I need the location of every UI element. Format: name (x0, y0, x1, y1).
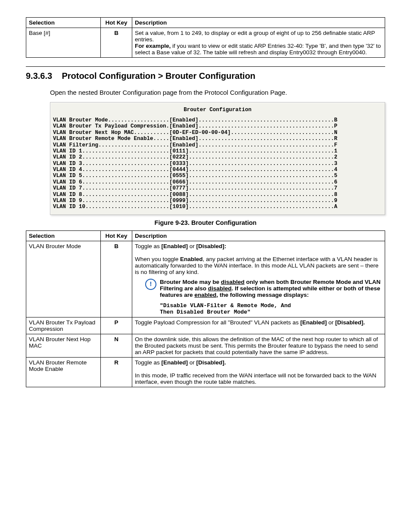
terminal-line: VLAN Brouter Mode...................[Ena… (53, 117, 382, 123)
terminal-line: VLAN ID 9...........................[099… (53, 198, 382, 204)
cell-selection: VLAN Brouter Next Hop MAC (26, 334, 101, 357)
col-hotkey: Hot Key (101, 230, 132, 241)
cell-description: Toggle as [Enabled] or [Disabled]. In th… (132, 357, 385, 387)
terminal-line: VLAN ID 10..........................[101… (53, 204, 382, 210)
col-hotkey: Hot Key (101, 18, 132, 28)
terminal-line: VLAN ID 7...........................[077… (53, 185, 382, 191)
brouter-terminal: Brouter Configuration VLAN Brouter Mode.… (50, 102, 385, 215)
section-heading: 9.3.6.3 Protocol Configuration > Brouter… (26, 71, 385, 81)
terminal-line: VLAN ID 3...........................[033… (53, 161, 382, 167)
cell-hotkey: B (101, 241, 132, 317)
figure-caption: Figure 9-23. Brouter Configuration (26, 219, 385, 226)
terminal-line: VLAN ID 5...........................[055… (53, 173, 382, 179)
table-row: VLAN Brouter Mode B Toggle as [Enabled] … (26, 241, 385, 317)
cell-selection: VLAN Brouter Remote Mode Enable (26, 357, 101, 387)
terminal-line: VLAN ID 2...........................[022… (53, 154, 382, 160)
cell-selection: VLAN Brouter Tx Payload Compression (26, 317, 101, 334)
terminal-line: VLAN Brouter Next Hop MAC...........[0D-… (53, 130, 382, 136)
col-selection: Selection (26, 230, 101, 241)
terminal-line: VLAN ID 1...........................[011… (53, 148, 382, 154)
cell-selection: Base [#] (26, 28, 101, 58)
cell-hotkey: N (101, 334, 132, 357)
cell-hotkey: B (101, 28, 132, 58)
cell-description: Toggle Payload Compression for all "Brou… (132, 317, 385, 334)
cell-description: Set a value, from 1 to 249, to display o… (132, 28, 385, 58)
table-row: VLAN Brouter Next Hop MAC N On the downl… (26, 334, 385, 357)
col-selection: Selection (26, 18, 101, 28)
table-row: VLAN Brouter Tx Payload Compression P To… (26, 317, 385, 334)
code-message: "Disable VLAN-Filter & Remote Mode, And … (160, 302, 382, 315)
terminal-line: VLAN Filtering......................[Ena… (53, 142, 382, 148)
col-description: Description (132, 18, 385, 28)
base-arp-table: Selection Hot Key Description Base [#] B… (26, 17, 385, 58)
brouter-config-table: Selection Hot Key Description VLAN Brout… (26, 230, 385, 387)
terminal-line: VLAN ID 8...........................[008… (53, 192, 382, 198)
terminal-line: VLAN ID 4...........................[044… (53, 167, 382, 173)
note-text: Brouter Mode may be disabled only when b… (160, 279, 382, 298)
section-divider (26, 66, 385, 67)
info-icon: ! (145, 279, 156, 290)
table-row: VLAN Brouter Remote Mode Enable R Toggle… (26, 357, 385, 387)
cell-hotkey: R (101, 357, 132, 387)
cell-hotkey: P (101, 317, 132, 334)
col-description: Description (132, 230, 385, 241)
terminal-line: VLAN ID 6...........................[066… (53, 179, 382, 185)
terminal-line: VLAN Brouter Remote Mode Enable.....[Ena… (53, 136, 382, 142)
section-intro: Open the nested Brouter Configuration pa… (50, 89, 385, 96)
table-row: Base [#] B Set a value, from 1 to 249, t… (26, 28, 385, 58)
terminal-line: VLAN Brouter Tx Payload Compression.[Ena… (53, 123, 382, 129)
cell-selection: VLAN Brouter Mode (26, 241, 101, 317)
terminal-title: Brouter Configuration (53, 107, 382, 113)
cell-description: Toggle as [Enabled] or [Disabled]: When … (132, 241, 385, 317)
cell-description: On the downlink side, this allows the de… (132, 334, 385, 357)
